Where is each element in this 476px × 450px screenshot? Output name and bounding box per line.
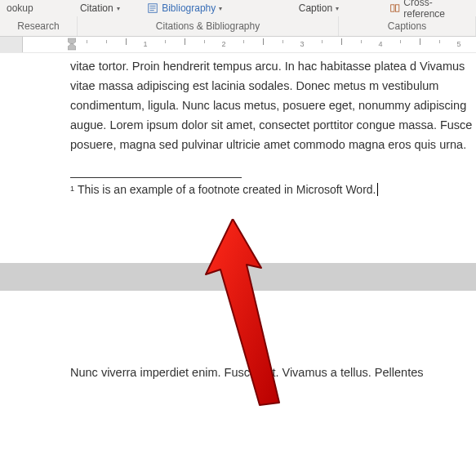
ruler-number: 1	[143, 40, 147, 48]
caption-label: Caption	[299, 2, 332, 14]
citation-label: Citation	[80, 2, 113, 14]
ribbon-group-labels: Research Citations & Bibliography Captio…	[0, 16, 476, 36]
group-citations[interactable]: Citations & Bibliography	[78, 16, 339, 36]
lookup-label: ookup	[7, 2, 33, 14]
footnote-number: 1	[70, 183, 74, 194]
ribbon-commands-row: ookup Citation ▾ Bibliography ▾ Caption …	[0, 0, 476, 16]
chevron-down-icon: ▾	[219, 5, 222, 12]
bibliography-icon	[147, 2, 158, 14]
body-paragraph[interactable]: Nunc viverra imperdiet enim. Fusce est. …	[70, 363, 476, 382]
page-gap	[0, 263, 476, 291]
bibliography-button[interactable]: Bibliography ▾	[142, 0, 245, 16]
ruler-number: 3	[300, 40, 304, 48]
footnote-entry[interactable]: 1 This is an example of a footnote creat…	[70, 183, 476, 196]
footnote-text[interactable]: This is an example of a footnote created…	[78, 183, 376, 196]
ruler-corner	[0, 37, 23, 52]
bibliography-label: Bibliography	[162, 2, 216, 14]
document-page[interactable]: Nunc viverra imperdiet enim. Fusce est. …	[0, 291, 476, 399]
insert-citation-button[interactable]: Citation ▾	[75, 0, 142, 16]
horizontal-ruler[interactable]: 1 2 3 4 5	[0, 37, 476, 53]
text-cursor	[377, 183, 378, 196]
document-page[interactable]: vitae tortor. Proin hendrerit tempus arc…	[0, 53, 476, 263]
body-paragraph[interactable]: vitae tortor. Proin hendrerit tempus arc…	[70, 56, 476, 154]
ruler-scale[interactable]: 1 2 3 4 5	[23, 37, 476, 52]
svg-rect-4	[391, 5, 394, 11]
ruler-number: 4	[378, 40, 382, 48]
chevron-down-icon: ▾	[117, 5, 120, 12]
footnote-separator	[70, 177, 242, 178]
chevron-down-icon: ▾	[336, 5, 339, 12]
cross-reference-icon	[389, 2, 400, 14]
indent-marker-icon[interactable]	[68, 37, 76, 51]
ribbon: ookup Citation ▾ Bibliography ▾ Caption …	[0, 0, 476, 37]
cross-reference-button[interactable]: Cross-reference	[385, 0, 476, 16]
ruler-number: 5	[456, 40, 460, 48]
svg-rect-5	[395, 5, 398, 11]
insert-caption-button[interactable]: Caption ▾	[294, 0, 385, 16]
ruler-number: 2	[221, 40, 225, 48]
group-research[interactable]: Research	[0, 16, 78, 36]
group-captions[interactable]: Captions	[339, 16, 476, 36]
smart-lookup-button[interactable]: ookup	[0, 0, 75, 16]
svg-marker-7	[68, 43, 76, 50]
